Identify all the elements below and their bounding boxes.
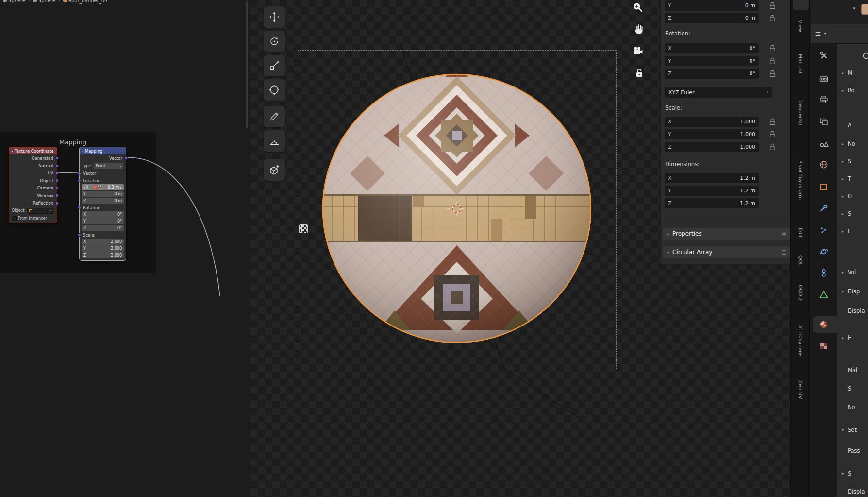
dimension-z-field[interactable]: Z 1.2 m: [665, 198, 759, 208]
zoom-gizmo-button[interactable]: [632, 1, 644, 14]
tab-view-layer[interactable]: [819, 117, 829, 127]
sidebar-tab-atmosphere[interactable]: Atmosphere: [793, 316, 808, 365]
sidebar-tab-mat-list[interactable]: Mat List: [793, 47, 808, 82]
socket-icon[interactable]: [78, 172, 81, 175]
texture-coordinate-node[interactable]: ▾ Texture Coordinate Generated Normal UV…: [9, 147, 57, 223]
slider-left-icon[interactable]: ◂: [83, 186, 85, 189]
lock-icon[interactable]: [769, 2, 776, 9]
tab-scene[interactable]: [819, 138, 829, 148]
mapping-location-z-field[interactable]: Z0 m: [82, 198, 124, 204]
panel-header-fragment[interactable]: ▸T: [842, 175, 851, 183]
panel-header-fragment[interactable]: ▸S: [842, 210, 851, 218]
tab-material[interactable]: [819, 320, 829, 329]
sidebar-tab-view[interactable]: View: [793, 14, 808, 38]
mosaic-sphere-object[interactable]: [321, 72, 593, 344]
pan-gizmo-button[interactable]: [633, 22, 645, 35]
tool-measure-button[interactable]: [264, 130, 285, 152]
lock-icon[interactable]: [769, 57, 776, 65]
tool-rotate-button[interactable]: [264, 31, 285, 52]
tab-tool[interactable]: [819, 51, 829, 61]
location-y-field[interactable]: Y 0 m: [665, 0, 759, 11]
tab-particles[interactable]: [819, 225, 829, 235]
panel-header-fragment[interactable]: ▸Vol: [842, 268, 856, 276]
tab-render[interactable]: [819, 74, 829, 84]
active-tool-icon[interactable]: [861, 4, 868, 15]
socket-icon[interactable]: [78, 179, 81, 182]
scale-z-field[interactable]: Z 1.000: [665, 142, 759, 152]
rotation-y-field[interactable]: Y 0°: [665, 56, 759, 66]
socket-icon[interactable]: [78, 206, 81, 209]
tool-move-button[interactable]: [264, 6, 285, 28]
node-header[interactable]: ▾ Texture Coordinate: [9, 147, 57, 154]
mapping-scale-z-field[interactable]: Z2.000: [82, 252, 124, 258]
panel-header-fragment[interactable]: ▾Set: [842, 426, 857, 434]
tab-texture[interactable]: [819, 341, 829, 351]
location-z-field[interactable]: Z 0 m: [665, 13, 759, 23]
socket-icon[interactable]: [55, 202, 59, 205]
tool-annotate-button[interactable]: [264, 106, 285, 127]
dimension-y-field[interactable]: Y 1.2 m: [665, 186, 759, 196]
tool-transform-button[interactable]: [264, 79, 285, 101]
mapping-rotation-z-field[interactable]: Z0°: [82, 225, 124, 231]
type-dropdown[interactable]: Point ▾: [94, 163, 123, 169]
tab-output[interactable]: [819, 95, 829, 104]
mapping-scale-y-field[interactable]: Y2.000: [82, 245, 124, 252]
camera-lock-button[interactable]: [633, 67, 646, 80]
node-header[interactable]: ▾ Mapping: [80, 147, 126, 154]
panel-header-fragment[interactable]: ▸E: [842, 227, 851, 235]
breadcrumb-item[interactable]: Root_banner_04: [63, 0, 108, 3]
node-editor-scrollbar[interactable]: [246, 1, 248, 128]
panel-header-fragment[interactable]: ▸O: [842, 192, 852, 200]
collapse-icon[interactable]: ▾: [12, 149, 13, 153]
editor-type-icon[interactable]: [814, 30, 822, 38]
tab-constraints[interactable]: [819, 268, 829, 278]
breadcrumb-item[interactable]: Sphere: [3, 0, 25, 3]
tab-physics[interactable]: [819, 247, 829, 257]
socket-icon[interactable]: [55, 171, 59, 175]
sidebar-tab-zen-uv[interactable]: Zen UV: [793, 370, 808, 409]
panel-header-fragment[interactable]: ▸H: [842, 334, 852, 342]
panel-header-fragment[interactable]: ▾Disp: [842, 288, 860, 295]
lock-icon[interactable]: [769, 118, 776, 125]
drag-grip-icon[interactable]: ⣿⣿: [781, 250, 785, 255]
viewport-3d[interactable]: Y 0 m Z 0 m Rotation: X 0° Y 0° Z 0°: [250, 0, 810, 497]
panel-header-fragment[interactable]: ▾S: [842, 470, 851, 478]
tab-modifiers[interactable]: [819, 204, 829, 213]
panel-header-fragment[interactable]: ▸Ro: [842, 86, 855, 94]
eyedropper-icon[interactable]: [49, 209, 52, 213]
dimension-x-field[interactable]: X 1.2 m: [665, 173, 759, 183]
panel-header-fragment[interactable]: ▸S: [842, 157, 851, 165]
chevron-down-icon[interactable]: ▾: [853, 6, 855, 11]
tab-world[interactable]: [819, 160, 829, 170]
sidebar-tab-edit[interactable]: Edit: [793, 222, 808, 244]
scale-y-field[interactable]: Y 1.000: [665, 129, 759, 139]
mapping-scale-x-field[interactable]: X2.000: [82, 239, 124, 245]
socket-icon[interactable]: [55, 187, 59, 190]
socket-icon[interactable]: [78, 233, 81, 237]
rotation-x-field[interactable]: X 0°: [665, 43, 759, 53]
panel-header-fragment[interactable]: ▸M: [842, 69, 852, 77]
lock-icon[interactable]: [769, 15, 776, 22]
lock-icon[interactable]: [769, 143, 776, 151]
panel-header-fragment[interactable]: ▸No: [842, 140, 855, 148]
lock-icon[interactable]: [769, 70, 776, 77]
lock-icon[interactable]: [769, 45, 776, 52]
tool-add-cube-button[interactable]: [264, 159, 285, 181]
sidebar-tab-qol[interactable]: QOL: [793, 249, 808, 272]
panel-header-properties[interactable]: ▸ Properties ⣿⣿: [663, 227, 790, 240]
mapping-location-y-field[interactable]: Y0 m: [82, 191, 124, 197]
tab-object-data[interactable]: [819, 290, 829, 299]
breadcrumb-item[interactable]: Sphere: [33, 0, 55, 3]
rotation-mode-dropdown[interactable]: XYZ Euler ▾: [665, 87, 772, 98]
mapping-location-x-field[interactable]: ◂ X 0.3 m ▸ ↔: [82, 184, 124, 190]
sidebar-tab-active-sliver[interactable]: [793, 0, 809, 10]
from-instancer-checkbox[interactable]: [12, 216, 17, 221]
mapping-rotation-y-field[interactable]: Y0°: [82, 218, 124, 224]
tab-object[interactable]: [819, 182, 829, 192]
tool-scale-button[interactable]: [264, 55, 285, 76]
slider-right-icon[interactable]: ▸: [120, 186, 122, 189]
socket-icon[interactable]: [55, 164, 59, 168]
sidebar-tab-ocd-2[interactable]: OCD 2: [793, 278, 808, 308]
collapse-icon[interactable]: ▾: [82, 149, 83, 153]
object-field[interactable]: [27, 208, 54, 214]
